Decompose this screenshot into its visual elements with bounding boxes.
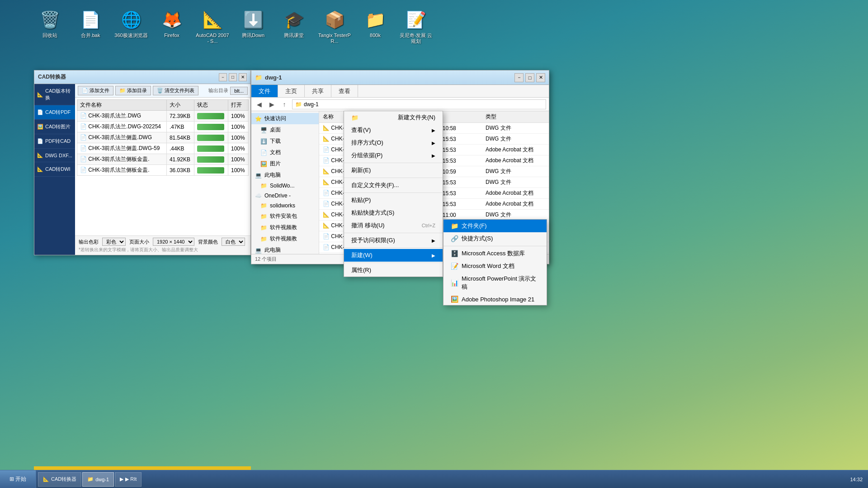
cm-group[interactable]: 分组依据(P) ▶ — [344, 149, 443, 162]
cm-view-label: 查看(V) — [351, 126, 371, 134]
page-size-select[interactable]: 1920 × 1440 — [153, 238, 194, 246]
cm-sort[interactable]: 排序方式(O) ▶ — [344, 136, 443, 149]
sidebar-item-software-install[interactable]: 📁 软件安装包 — [251, 211, 319, 222]
onedrive-label: OneDrive - — [264, 192, 291, 199]
sidebar-item-thispc2[interactable]: 💻 此电脑 — [251, 244, 319, 254]
menu-dwg-dxf[interactable]: 📐 DWG DXF... — [34, 149, 75, 162]
desktop-icon-merge-bak[interactable]: 📄 合并.bak — [72, 9, 108, 44]
bg-color-select[interactable]: 白色 — [222, 238, 245, 246]
tencent-class-label: 腾讯课堂 — [284, 33, 304, 38]
cm-sep3 — [344, 192, 443, 193]
cm-view[interactable]: 查看(V) ▶ — [344, 124, 443, 136]
quickaccess-icon: ⭐ — [255, 116, 262, 122]
desktop-icon-tencent-class[interactable]: 🎓 腾讯课堂 — [276, 9, 312, 44]
submenu-ppt[interactable]: 📊 Microsoft PowerPoint 演示文稿 — [443, 272, 547, 293]
sidebar-item-downloads[interactable]: ⬇️ 下载 — [251, 136, 319, 147]
output-label: 输出目录 — [208, 87, 228, 94]
menu-cad-version[interactable]: 📐 CAD版本转换 — [34, 84, 75, 105]
converter-table-row[interactable]: 📄 CHK-3前爪法兰侧板金盖. 36.03KB 100% — [77, 165, 249, 176]
fe-path-bar[interactable]: 📁 dwg-1 — [292, 99, 546, 109]
desktop-icon-800k[interactable]: 📁 800k — [357, 9, 393, 44]
sidebar-item-quickaccess[interactable]: ⭐ 快速访问 — [251, 113, 319, 124]
taskbar-item-converter[interactable]: 📐 CAD转换器 — [38, 472, 81, 487]
submenu-sep1 — [443, 246, 547, 246]
cm-access[interactable]: 授予访问权限(G) ▶ — [344, 234, 443, 247]
fe-tab-file[interactable]: 文件 — [251, 85, 278, 97]
sidebar-item-solidwo[interactable]: 📁 SolidWo... — [251, 181, 319, 191]
cm-paste-shortcut[interactable]: 粘贴快捷方式(S) — [344, 206, 443, 219]
submenu-photoshop[interactable]: 🖼️ Adobe Photoshop Image 21 — [443, 293, 547, 305]
taskbar-item-rit[interactable]: ▶ ▶ RIt — [115, 472, 142, 487]
autocad-icon: 📐 — [202, 9, 223, 31]
fe-tab-home[interactable]: 主页 — [278, 85, 305, 97]
fe-file-type: DWG 文件 — [482, 177, 549, 188]
menu-cad-dwi[interactable]: 📐 CAD转DWI — [34, 162, 75, 177]
submenu-folder[interactable]: 📁 文件夹(F) — [443, 220, 547, 232]
taskbar-dwg-label: dwg-1 — [95, 477, 109, 482]
fe-status-text: 12 个项目 — [255, 256, 277, 263]
desktop-icon-firefox[interactable]: 🦊 Firefox — [154, 9, 190, 44]
fe-back-button[interactable]: ◀ — [254, 99, 264, 109]
submenu-word[interactable]: 📝 Microsoft Word 文档 — [443, 260, 547, 272]
submenu-photoshop-icon: 🖼️ — [451, 296, 458, 303]
menu-pdf-cad[interactable]: 📄 PDF转CAD — [34, 134, 75, 149]
submenu-ppt-label: Microsoft PowerPoint 演示文稿 — [462, 275, 539, 291]
converter-maximize-button[interactable]: □ — [229, 73, 237, 81]
taskbar-item-dwg[interactable]: 📁 dwg-1 — [82, 472, 114, 487]
cm-paste[interactable]: 粘贴(P) — [344, 194, 443, 206]
sidebar-item-pictures[interactable]: 🖼️ 图片 — [251, 158, 319, 169]
start-button[interactable]: ⊞ 开始 — [0, 470, 36, 488]
cm-new[interactable]: 新建(W) ▶ — [344, 249, 443, 262]
converter-table-row[interactable]: 📄 CHK-3前爪法兰.DWG 72.39KB 100% — [77, 111, 249, 122]
desktop-icon-tencent-down[interactable]: ⬇️ 腾讯Down — [235, 9, 271, 44]
sidebar-item-desktop[interactable]: 🖥️ 桌面 — [251, 124, 319, 136]
converter-table-row[interactable]: 📄 CHK-3前爪法兰.DWG-202254 .47KB 100% — [77, 122, 249, 132]
fe-tab-share[interactable]: 共享 — [305, 85, 331, 97]
sidebar-item-video1[interactable]: 📁 软件视频教 — [251, 222, 319, 233]
thispc-icon: 💻 — [255, 172, 262, 178]
cm-customize[interactable]: 自定义文件夹(F)... — [344, 179, 443, 192]
color-select[interactable]: 彩色 — [102, 238, 126, 246]
clear-list-button[interactable]: 🗑️ 清空文件列表 — [153, 86, 198, 95]
cm-properties[interactable]: 属性(R) — [344, 264, 443, 277]
desktop-icon-tangix[interactable]: 📦 Tangix TesterPR... — [316, 9, 353, 44]
sidebar-item-solidworks[interactable]: 📁 solidworks — [251, 201, 319, 211]
tangix-icon: 📦 — [324, 9, 345, 31]
desktop-icon-recycle-bin[interactable]: 🗑️ 回收站 — [32, 9, 68, 44]
converter-table-row[interactable]: 📄 CHK-3前爪法兰侧板金盖. 41.92KB 100% — [77, 154, 249, 165]
sidebar-item-docs[interactable]: 📄 文档 — [251, 147, 319, 158]
fe-maximize-button[interactable]: □ — [525, 73, 534, 82]
submenu-access[interactable]: 🗄️ Microsoft Access 数据库 — [443, 247, 547, 260]
add-dir-button[interactable]: 📁 添加目录 — [115, 86, 151, 95]
desktop-icon-360[interactable]: 🌐 360极速浏览器 — [113, 9, 149, 44]
cm-refresh[interactable]: 刷新(E) — [344, 164, 443, 177]
conv-file-status — [194, 122, 228, 132]
fe-close-button[interactable]: ✕ — [536, 73, 545, 82]
fe-up-button[interactable]: ↑ — [279, 99, 289, 109]
desktop-icon-word[interactable]: 📝 吴尼奇-发展 云规划 — [398, 9, 434, 44]
col-type: 类型 — [482, 111, 549, 123]
fe-tab-view[interactable]: 查看 — [331, 85, 358, 97]
converter-table-row[interactable]: 📄 CHK-3前爪法兰侧盖.DWG 81.54KB 100% — [77, 132, 249, 143]
submenu-shortcut[interactable]: 🔗 快捷方式(S) — [443, 232, 547, 245]
converter-minimize-button[interactable]: － — [219, 73, 227, 81]
menu-cad-img[interactable]: 🖼️ CAD转图片 — [34, 120, 75, 134]
sidebar-item-video2[interactable]: 📁 软件视频教 — [251, 233, 319, 244]
thispc-label: 此电脑 — [264, 171, 281, 179]
output-dir-button[interactable]: blt... — [230, 87, 248, 95]
cm-new-folder[interactable]: 📁 新建文件夹(N) — [344, 111, 443, 124]
desktop-icons: 🗑️ 回收站 📄 合并.bak 🌐 360极速浏览器 🦊 Firefox 📐 A… — [0, 0, 466, 53]
menu-cad-pdf[interactable]: 📄 CAD转PDF — [34, 105, 75, 120]
fe-forward-button[interactable]: ▶ — [267, 99, 277, 109]
sidebar-item-thispc[interactable]: 💻 此电脑 — [251, 169, 319, 181]
conv-file-size: .44KB — [166, 143, 194, 154]
video2-icon: 📁 — [260, 236, 267, 242]
sidebar-item-onedrive[interactable]: ☁️ OneDrive - — [251, 191, 319, 201]
fe-minimize-button[interactable]: － — [514, 73, 524, 82]
converter-close-button[interactable]: ✕ — [239, 73, 247, 81]
add-file-button[interactable]: 📄 添加文件 — [78, 86, 113, 95]
cm-undo-move[interactable]: 撤消 移动(U) Ctrl+Z — [344, 219, 443, 232]
desktop-icon-autocad[interactable]: 📐 AutoCAD 2007 - S... — [194, 9, 231, 44]
converter-table-row[interactable]: 📄 CHK-3前爪法兰侧盖.DWG-59 .44KB 100% — [77, 143, 249, 154]
downloads-label: 下载 — [270, 137, 281, 145]
